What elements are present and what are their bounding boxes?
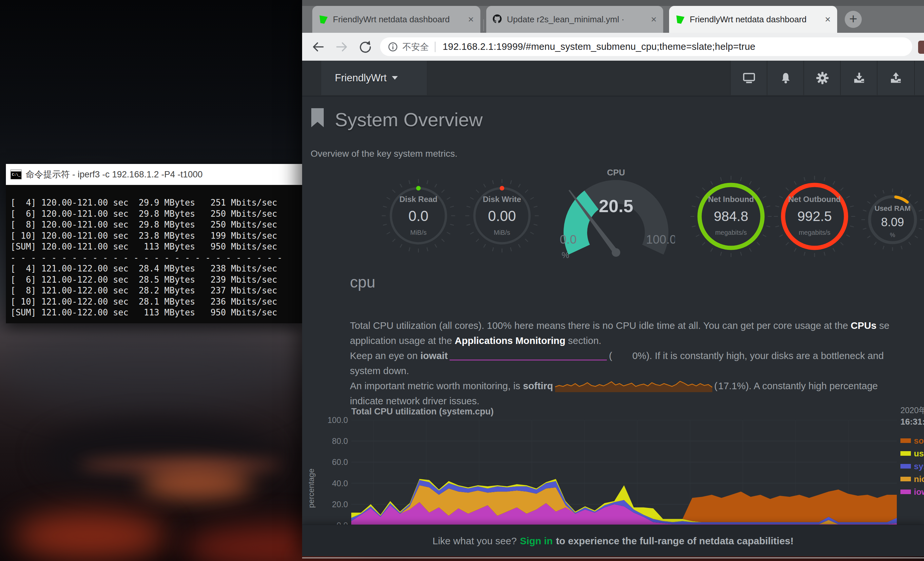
gauge-label: Net Inbound: [685, 195, 777, 204]
browser-window: FriendlyWrt netdata dashboard × Update r…: [302, 0, 924, 558]
export-snapshot-icon: [889, 71, 902, 84]
banner-text: Like what you see?: [432, 535, 517, 547]
legend-swatch: [900, 477, 911, 481]
gauge-cpu-canvas: CPU 20.5 0.0 100.0 %: [557, 162, 675, 264]
terminal-titlebar[interactable]: C:\_ 命令提示符 - iperf3 -c 192.168.1.2 -P4 -…: [6, 164, 302, 185]
text: application usage at the: [350, 335, 455, 346]
extension-icon[interactable]: [918, 41, 924, 54]
browser-toolbar: 不安全 192.168.2.1:19999/#menu_system_subme…: [302, 33, 924, 61]
chart-title: Total CPU utilization (system.cpu): [351, 406, 494, 417]
legend-item-nice[interactable]: nice: [900, 475, 924, 483]
text: An important metric worth monitoring, is: [350, 381, 523, 391]
github-icon: [493, 14, 502, 25]
text: se: [876, 320, 889, 331]
legend-item-iowait[interactable]: iowait: [900, 487, 924, 496]
text: ). If it is constantly high, your disks …: [646, 350, 884, 361]
text: Keep an eye on: [350, 350, 420, 361]
gauge-value: 992.5: [769, 209, 860, 224]
netdata-navbar: FriendlyWrt: [302, 61, 924, 96]
gauge-unit: %: [562, 250, 569, 260]
tab-netdata-1[interactable]: FriendlyWrt netdata dashboard ×: [312, 6, 480, 33]
chart-date: 2020年3: [900, 405, 924, 416]
y-tick: 100.0: [321, 415, 348, 425]
iowait-sparkline: [450, 355, 607, 361]
tab-github[interactable]: Update r2s_lean_minimal.yml · k ×: [486, 6, 663, 33]
host-name: FriendlyWrt: [335, 72, 387, 84]
page-title: System Overview: [335, 108, 483, 131]
forward-arrow-icon[interactable]: [335, 40, 349, 54]
tab-divider: [483, 20, 484, 31]
text: system down.: [350, 365, 409, 376]
security-label[interactable]: 不安全: [402, 41, 429, 53]
tab-strip: FriendlyWrt netdata dashboard × Update r…: [302, 6, 924, 33]
cpu-chart-canvas[interactable]: [351, 420, 897, 525]
gauge-disk-read: Disk Read 0.0 MiB/s: [376, 173, 461, 259]
export-snapshot-button[interactable]: [877, 61, 914, 95]
gauge-used-ram: Used RAM 8.09 %: [858, 185, 924, 254]
disk-read-value-dot: [416, 186, 421, 191]
chart-legend: softirqusersystemniceiowait: [900, 436, 924, 500]
gauge-value: 0.00: [459, 208, 544, 224]
y-tick: 40.0: [321, 479, 348, 488]
page-subtitle: Overview of the key system metrics.: [310, 149, 458, 159]
close-icon[interactable]: ×: [825, 14, 831, 24]
legend-swatch: [900, 451, 911, 456]
bookmark-icon: [311, 108, 324, 127]
legend-label: softirq: [914, 436, 924, 446]
import-snapshot-button[interactable]: [840, 61, 878, 95]
legend-label: user: [914, 448, 924, 459]
text: ). A constantly high percentage: [746, 381, 878, 391]
terminal-window[interactable]: C:\_ 命令提示符 - iperf3 -c 192.168.1.2 -P4 -…: [6, 164, 302, 323]
gauge-value: 8.09: [858, 215, 924, 229]
navbar-button-clipped[interactable]: [914, 61, 924, 95]
sunset-glow: [141, 469, 252, 498]
legend-item-system[interactable]: system: [900, 462, 924, 471]
gauge-net-outbound: Net Outbound 992.5 megabits/s: [769, 170, 860, 262]
y-tick: 60.0: [321, 457, 348, 467]
sign-in-link[interactable]: Sign in: [520, 535, 553, 547]
gauge-max: 100.0: [646, 233, 675, 246]
legend-item-user[interactable]: user: [900, 449, 924, 458]
legend-swatch: [900, 464, 911, 469]
reload-icon[interactable]: [358, 40, 372, 54]
gauge-value: 20.5: [598, 196, 633, 216]
chart-time: 16:31:2: [900, 417, 924, 427]
banner-text: to experience the full-range of netdata …: [556, 535, 794, 547]
cpu-paragraph-line: Keep an eye on iowait(0%). If it is cons…: [350, 348, 924, 363]
text: (: [609, 350, 612, 361]
gauge-value: 984.8: [685, 209, 777, 224]
address-bar[interactable]: 不安全 192.168.2.1:19999/#menu_system_subme…: [380, 38, 912, 56]
used-ram-arc: [896, 197, 907, 202]
gauge-unit: MiB/s: [459, 229, 544, 236]
legend-swatch: [900, 490, 911, 494]
settings-gear-icon: [816, 71, 829, 84]
settings-button[interactable]: [803, 61, 841, 95]
cpu-section-heading: cpu: [350, 273, 375, 291]
applications-monitoring-link[interactable]: Applications Monitoring: [455, 335, 566, 346]
new-tab-button[interactable]: +: [845, 11, 862, 28]
gauge-unit: %: [858, 232, 924, 239]
host-dropdown-button[interactable]: FriendlyWrt: [321, 61, 427, 95]
tab-title: Update r2s_lean_minimal.yml · k: [507, 14, 625, 25]
back-arrow-icon[interactable]: [311, 40, 325, 54]
alarms-button[interactable]: [767, 61, 804, 95]
close-icon[interactable]: ×: [468, 14, 474, 24]
disk-write-value-dot: [500, 186, 504, 191]
close-icon[interactable]: ×: [651, 14, 657, 24]
legend-item-softirq[interactable]: softirq: [900, 436, 924, 445]
tab-title: FriendlyWrt netdata dashboard: [690, 14, 807, 25]
netdata-page: FriendlyWrt: [302, 61, 924, 556]
screens-button[interactable]: [730, 61, 767, 95]
gauge-min: 0.0: [560, 233, 576, 246]
cpus-link[interactable]: CPUs: [850, 320, 876, 331]
info-icon[interactable]: [388, 42, 398, 52]
gauge-label: Net Outbound: [769, 195, 860, 204]
text: Total CPU utilization (all cores). 100% …: [350, 320, 850, 331]
tab-netdata-2-active[interactable]: FriendlyWrt netdata dashboard ×: [669, 6, 837, 33]
y-tick: 80.0: [321, 436, 348, 446]
terminal-title: 命令提示符 - iperf3 -c 192.168.1.2 -P4 -t1000: [26, 168, 202, 180]
text: section.: [565, 335, 601, 346]
terminal-output: [ 4] 120.00-121.00 sec 29.9 MBytes 251 M…: [6, 185, 302, 318]
cpu-paragraph-line: application usage at the Applications Mo…: [350, 333, 924, 348]
url-text[interactable]: 192.168.2.1:19999/#menu_system_submenu_c…: [442, 41, 755, 52]
